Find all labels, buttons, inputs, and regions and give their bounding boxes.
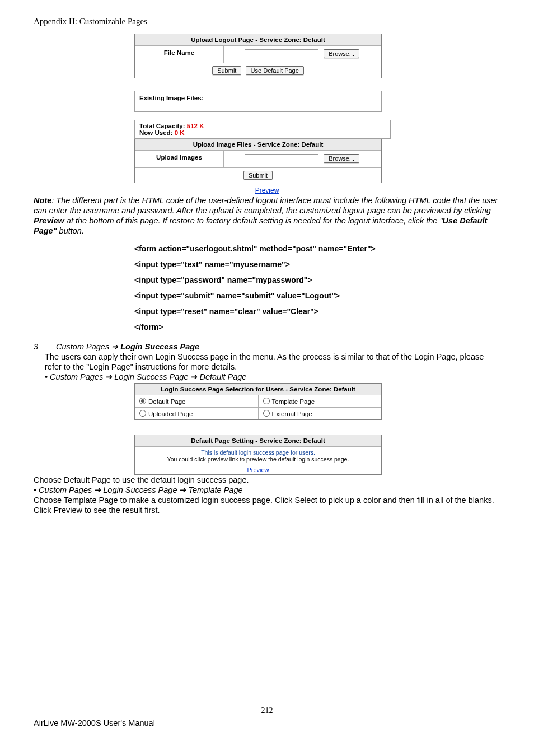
now-used-label: Now Used: <box>139 129 172 136</box>
submit-button[interactable]: Submit <box>212 66 241 75</box>
upload-logout-table: Upload Logout Page - Service Zone: Defau… <box>134 34 382 78</box>
radio-external-page[interactable]: External Page <box>259 408 382 419</box>
note-p2: at the bottom of this page. If restore t… <box>64 216 443 225</box>
upload-images-cell: Browse... <box>224 151 381 167</box>
browse-image-button[interactable]: Browse... <box>324 154 359 163</box>
section-3-hdr-part2: Login Success Page <box>120 342 199 351</box>
image-file-input[interactable] <box>245 154 318 164</box>
radio-label: Default Page <box>148 398 186 405</box>
radio-icon <box>263 398 270 404</box>
login-success-title: Login Success Page Selection for Users -… <box>135 384 381 395</box>
file-name-input[interactable] <box>245 49 318 59</box>
note-p1: : The different part is the HTML code of… <box>34 196 498 215</box>
default-page-setting-body: This is default login success page for u… <box>135 447 381 465</box>
default-page-setting-table: Default Page Setting - Service Zone: Def… <box>134 435 382 475</box>
radio-default-page[interactable]: Default Page <box>135 395 259 407</box>
default-page-setting-title: Default Page Setting - Service Zone: Def… <box>135 435 381 447</box>
header-rule <box>34 29 500 29</box>
upload-images-buttons: Submit <box>135 168 381 183</box>
now-used-value: 0 K <box>175 129 185 136</box>
radio-label: Template Page <box>272 398 315 405</box>
code-line-5: <input type="reset" name="clear" value="… <box>134 304 500 319</box>
default-page-msg-1: This is default login success page for u… <box>137 449 379 456</box>
appendix-header: Appendix H: Customizable Pages <box>34 17 500 26</box>
login-success-selection-table: Login Success Page Selection for Users -… <box>134 383 382 420</box>
radio-uploaded-page[interactable]: Uploaded Page <box>135 408 259 419</box>
browse-button[interactable]: Browse... <box>324 49 359 58</box>
upload-images-label: Upload Images <box>135 151 224 167</box>
radio-icon <box>139 398 146 404</box>
manual-title: AirLive MW-2000S User's Manual <box>34 718 500 727</box>
upload-images-title: Upload Image Files - Service Zone: Defau… <box>135 139 381 151</box>
section-3: 3 Custom Pages ➔ Login Success Page The … <box>34 342 500 382</box>
total-capacity-label: Total Capacity: <box>139 123 185 129</box>
default-page-msg-2: You could click preview link to preview … <box>137 456 379 463</box>
note-p3: button. <box>57 226 84 235</box>
radio-template-page[interactable]: Template Page <box>259 395 382 407</box>
upload-images-table: Upload Image Files - Service Zone: Defau… <box>134 139 382 183</box>
radio-label: Uploaded Page <box>148 410 193 417</box>
page-number: 212 <box>34 706 500 715</box>
page-footer: 212 AirLive MW-2000S User's Manual <box>34 706 500 727</box>
use-default-button[interactable]: Use Default Page <box>246 66 304 75</box>
section-3-bullet-1: • Custom Pages ➔ Login Success Page ➔ De… <box>45 372 500 382</box>
radio-icon <box>263 410 270 417</box>
section-3-number: 3 <box>34 342 54 352</box>
file-name-label: File Name <box>135 46 224 63</box>
upload-logout-buttons: Submit Use Default Page <box>135 63 381 78</box>
existing-image-files-box: Existing Image Files: <box>134 91 382 112</box>
file-name-cell: Browse... <box>224 46 381 63</box>
capacity-box: Total Capacity: 512 K Now Used: 0 K <box>134 120 391 139</box>
after-line-1: Choose Default Page to use the default l… <box>34 475 500 485</box>
upload-logout-title: Upload Logout Page - Service Zone: Defau… <box>135 34 381 46</box>
radio-label: External Page <box>272 410 312 417</box>
existing-image-files-label: Existing Image Files: <box>135 91 381 111</box>
total-capacity-value: 512 K <box>187 123 204 129</box>
submit-image-button[interactable]: Submit <box>243 171 273 180</box>
arrow-icon: ➔ <box>111 342 118 351</box>
default-page-preview-link[interactable]: Preview <box>135 465 381 474</box>
html-code-block: <form action="userlogout.shtml" method="… <box>134 241 500 335</box>
code-line-1: <form action="userlogout.shtml" method="… <box>134 241 500 256</box>
preview-link-top[interactable]: Preview <box>34 186 500 194</box>
section-3-hdr-part1: Custom Pages <box>56 342 109 351</box>
after-line-2: • Custom Pages ➔ Login Success Page ➔ Te… <box>34 485 500 495</box>
code-line-4: <input type="submit" name="submit" value… <box>134 288 500 304</box>
section-3-body: The users can apply their own Login Succ… <box>45 352 500 372</box>
code-line-2: <input type="text" name="myusername"> <box>134 256 500 272</box>
after-text-block: Choose Default Page to use the default l… <box>34 475 500 516</box>
note-word: Note <box>34 196 51 205</box>
code-line-3: <input type="password" name="mypassword"… <box>134 272 500 288</box>
note-paragraph: Note: The different part is the HTML cod… <box>34 195 500 236</box>
after-line-3: Choose Template Page to make a customize… <box>34 495 500 515</box>
note-preview-bold: Preview <box>34 216 64 225</box>
code-line-6: </form> <box>134 319 500 335</box>
radio-icon <box>139 410 146 417</box>
